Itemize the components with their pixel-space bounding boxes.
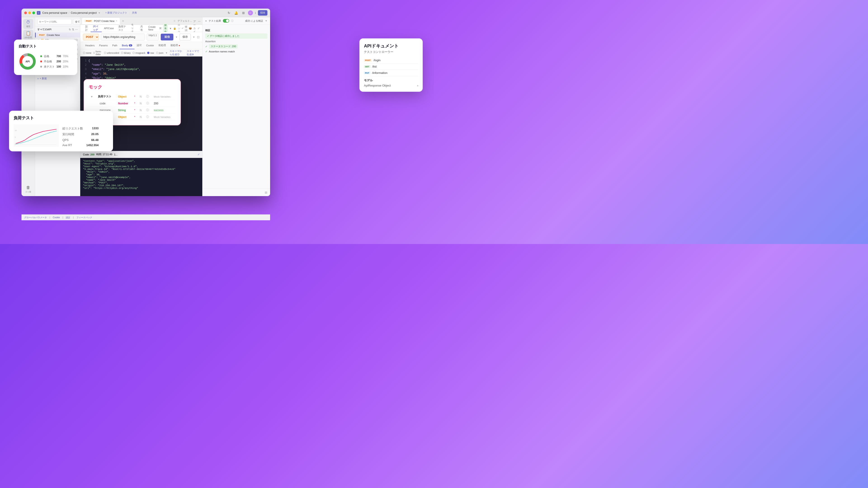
sidebar-item-history[interactable]: ⏱ 履歴 (23, 19, 33, 29)
sub-tab-apicase[interactable]: APICase (102, 25, 116, 32)
title-bar: C Cora personal space / Cora personal pr… (22, 8, 270, 17)
minimize-button[interactable] (28, 11, 31, 14)
sub-tab-design[interactable]: 設計 (83, 25, 91, 32)
resp-line-8: "name": "Jane Smith" (83, 179, 199, 182)
stats-list: 合格 700 70% 不合格 200 20% 未テスト 100 10% (40, 55, 68, 69)
body-badge: 1 (129, 44, 132, 46)
endpoint-get-badge: GET (364, 65, 370, 68)
req-tab-path[interactable]: Path (110, 42, 120, 49)
test-result-label: テスト結果 (209, 19, 221, 23)
app-icon: C (37, 11, 40, 15)
new-project-btn[interactable]: + 新規プロジェクト (105, 11, 127, 14)
notification-btn[interactable]: 🔔 (234, 10, 239, 15)
load-chart-svg: 0 5 10 (13, 124, 59, 147)
model-item[interactable]: ApiResponse Object › (364, 84, 418, 87)
resp-line-1: "Content-Type": "application/json", (83, 160, 199, 162)
trash-icon: 🗑 (26, 185, 30, 190)
req-tab-cookie[interactable]: Cookie (144, 42, 156, 49)
maximize-button[interactable] (32, 11, 35, 14)
success-text: データ検証に成功しました (210, 35, 240, 37)
mock-title: モック (89, 84, 176, 90)
qps-label: QPS (62, 138, 68, 142)
expand-response-btn[interactable]: ⤢ (197, 153, 199, 156)
mock-n-1: N (138, 93, 145, 100)
active-api-row[interactable]: POST Create New (36, 33, 80, 37)
mock-star-1: * (132, 93, 138, 100)
body-type-json[interactable]: json (156, 52, 163, 54)
mock-star-3: * (132, 107, 138, 113)
pass-pct: 70% (63, 55, 68, 58)
close-button[interactable] (24, 11, 27, 14)
mock-type-obj-2: Object (116, 113, 132, 121)
req-tab-post[interactable]: 後処理 ● (168, 42, 182, 49)
save-button[interactable]: 保存 (180, 34, 191, 40)
project-link[interactable]: Cora personal project (71, 11, 97, 14)
verify-chevron[interactable]: ▼ (265, 20, 268, 22)
mock-field-load: 負荷テスト (96, 93, 116, 100)
body-type-raw[interactable]: raw (147, 52, 154, 54)
sidebar-item-api[interactable]: 📋 API管理 (23, 30, 33, 40)
sort-icon[interactable]: ⇅ (72, 28, 74, 31)
untested-num: 100 (57, 65, 61, 68)
resp-line-10: "origin": "218.250.204.167", (83, 184, 199, 187)
req-tab-auth[interactable]: 認可 (134, 42, 144, 49)
sidebar-item-trash[interactable]: 🗑 ゴミ箱 (23, 184, 33, 194)
layout-icon[interactable]: ⊞ (265, 191, 268, 194)
new-item-row[interactable]: + + 新規 (35, 75, 80, 82)
more-icon[interactable]: ⋯ (75, 28, 78, 31)
avatar[interactable]: U (248, 10, 253, 15)
model-section-label: モデル (364, 78, 418, 83)
body-type-urlencoded[interactable]: urlencoded (104, 52, 119, 54)
env-badge[interactable]: 開発中 (163, 24, 168, 33)
refresh-btn[interactable]: ↻ (226, 10, 232, 15)
save-chevron[interactable]: ▼ (193, 36, 195, 38)
body-type-form-data[interactable]: form-data (93, 50, 102, 56)
add-tab-button[interactable]: + (120, 18, 126, 24)
req-tab-body[interactable]: Body 1 (120, 42, 134, 49)
apps-btn[interactable]: ⊞ (241, 10, 246, 15)
method-select[interactable]: POST (83, 34, 99, 40)
fullscreen-icon[interactable]: ⊡ (197, 35, 199, 39)
auth-link[interactable]: 認証 (66, 216, 70, 219)
time-label: 時間: 17:11:49 (96, 153, 112, 156)
search-input[interactable] (37, 19, 72, 24)
qps-val: 66.48 (91, 138, 98, 142)
expand-icon[interactable]: ⤢ (197, 27, 199, 30)
endpoint-post-badge: POST (364, 59, 372, 62)
send-chevron[interactable]: ▼ (175, 36, 178, 38)
untested-dot (40, 66, 42, 68)
method-badge-post: POST (38, 34, 46, 36)
body-type-binary[interactable]: binary (121, 52, 131, 54)
tab-close-icon[interactable]: × (116, 20, 117, 22)
bottom-bar: グローバルパラメータ | Cookie | 認証 | フィードバック (22, 215, 270, 220)
body-type-none[interactable]: none (83, 52, 91, 54)
cookie-link[interactable]: Cookie (53, 216, 60, 219)
refresh-icon[interactable]: ↻ (69, 28, 71, 31)
toggle-switch[interactable] (223, 19, 229, 23)
sub-tab-create-new[interactable]: Create New (146, 25, 159, 32)
feedback-link[interactable]: フィードバック (76, 216, 92, 219)
send-button[interactable]: 送信 (161, 34, 174, 40)
fail-num: 200 (57, 60, 61, 63)
invite-button[interactable]: 招待 (258, 10, 268, 15)
response-body: "Content-Type": "application/json", "Hos… (80, 158, 202, 196)
schema-gen-btn[interactable]: スキーマから生成⓪ (169, 50, 184, 56)
auto-test-title: 自動テスト (19, 44, 73, 49)
tab-post-create[interactable]: POST POST Create New × (82, 18, 120, 24)
share-link[interactable]: 共有 (132, 11, 137, 14)
body-type-msgpack[interactable]: msgpack (132, 52, 145, 54)
global-params-link[interactable]: グローバルパラメータ (24, 216, 47, 219)
sub-tab-share[interactable]: 共有 (138, 25, 146, 32)
breadcrumb-sep: / (69, 11, 69, 14)
workspace-link[interactable]: Cora personal space (42, 11, 67, 14)
api-list-actions: ↻ ⇅ ⋯ (69, 28, 78, 31)
req-tab-headers[interactable]: Headers (83, 42, 97, 49)
url-input[interactable] (101, 34, 145, 40)
schema-icon[interactable]: スキーマで生成⚙ (187, 50, 199, 56)
req-tab-params[interactable]: Params (97, 42, 110, 49)
sub-tab-debug[interactable]: デバッグ (91, 25, 102, 32)
shortcut-icon: ⌘ (159, 27, 162, 30)
sub-tab-mock[interactable]: モック (129, 25, 138, 32)
req-tab-pre[interactable]: 前処理 (156, 42, 168, 49)
sub-tab-loadtest[interactable]: 負荷テスト (116, 25, 129, 32)
